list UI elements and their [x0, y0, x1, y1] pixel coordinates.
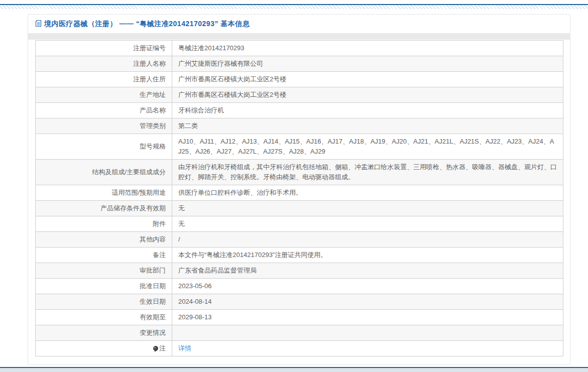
- row-label: 变更情况: [36, 325, 172, 341]
- row-label: 管理类别: [36, 118, 172, 134]
- table-row: 注册人名称广州艾捷斯医疗器械有限公司: [36, 56, 563, 72]
- info-card: 境内医疗器械（注册） —— “粤械注准20142170293” 基本信息 注册证…: [28, 14, 570, 365]
- row-label: 适用范围/预期用途: [36, 185, 172, 201]
- row-label: 注册人名称: [36, 56, 172, 72]
- table-row: 注册人住所广州市番禺区石楼镇大岗工业区2号楼: [36, 72, 563, 87]
- table-row: 变更情况: [36, 325, 563, 341]
- row-value: 2029-08-13: [172, 310, 563, 325]
- row-value: 由牙科治疗机和牙椅组成，其中牙科治疗机包括地箱、侧箱、冲盂漱口给水装置、三用喷枪…: [172, 160, 563, 185]
- row-value: 第二类: [172, 118, 563, 134]
- row-label: 型号规格: [36, 134, 172, 160]
- row-label: 有效期至: [36, 310, 172, 325]
- table-row: 适用范围/预期用途供医疗单位口腔科作诊断、治疗和手术用。: [36, 185, 563, 201]
- table-row: 其他内容/: [36, 232, 563, 247]
- table-row: 附件无: [36, 216, 563, 232]
- header-divider-band: [28, 33, 570, 40]
- bottom-decor: [0, 367, 588, 372]
- row-value: 无: [172, 216, 563, 232]
- top-decor: [0, 0, 588, 9]
- table-row: 产品名称牙科综合治疗机: [36, 103, 563, 118]
- row-label: 注册证编号: [36, 41, 172, 56]
- row-value: 广州市番禺区石楼镇大岗工业区2号楼: [172, 72, 563, 87]
- row-label: 附件: [36, 216, 172, 232]
- row-value: AJ10、AJ11、AJ12、AJ13、AJ14、AJ15、AJ16、AJ17、…: [172, 134, 563, 160]
- row-value: 广州市番禺区石楼镇大岗工业区2号楼: [172, 87, 563, 103]
- row-label: 结构及组成/主要组成成分: [36, 160, 172, 185]
- page-title: 境内医疗器械（注册） —— “粤械注准20142170293” 基本信息: [44, 20, 250, 29]
- table-row: 结构及组成/主要组成成分由牙科治疗机和牙椅组成，其中牙科治疗机包括地箱、侧箱、冲…: [36, 160, 563, 185]
- note-icon: [153, 346, 158, 351]
- row-value: 详情: [172, 341, 563, 356]
- table-wrap: 注册证编号粤械注准20142170293注册人名称广州艾捷斯医疗器械有限公司注册…: [35, 40, 563, 356]
- row-label: 注: [36, 341, 172, 356]
- row-label: 审批部门: [36, 263, 172, 279]
- row-label: 批准日期: [36, 279, 172, 294]
- table-row: 备注本文件与“粤械注准20142170293”注册证共同使用。: [36, 247, 563, 263]
- table-row: 生效日期2024-08-14: [36, 294, 563, 310]
- info-table-body: 注册证编号粤械注准20142170293注册人名称广州艾捷斯医疗器械有限公司注册…: [36, 41, 563, 356]
- top-hatch-band: [0, 5, 588, 9]
- row-value: 2024-08-14: [172, 294, 563, 310]
- row-label: 生产地址: [36, 87, 172, 103]
- table-row: 型号规格AJ10、AJ11、AJ12、AJ13、AJ14、AJ15、AJ16、A…: [36, 134, 563, 160]
- table-row: 管理类别第二类: [36, 118, 563, 134]
- row-label: 生效日期: [36, 294, 172, 310]
- table-row: 生产地址广州市番禺区石楼镇大岗工业区2号楼: [36, 87, 563, 103]
- card-header: 境内医疗器械（注册） —— “粤械注准20142170293” 基本信息: [28, 15, 570, 33]
- row-value: 无: [172, 201, 563, 216]
- row-value: 2023-05-06: [172, 279, 563, 294]
- row-value: 牙科综合治疗机: [172, 103, 563, 118]
- row-value: 广州艾捷斯医疗器械有限公司: [172, 56, 563, 72]
- row-value: 广东省食品药品监督管理局: [172, 263, 563, 279]
- table-row: 注详情: [36, 341, 563, 356]
- row-label: 注册人住所: [36, 72, 172, 87]
- document-icon: [35, 20, 42, 29]
- row-value: /: [172, 232, 563, 247]
- table-row: 注册证编号粤械注准20142170293: [36, 41, 563, 56]
- row-value: [172, 325, 563, 341]
- registration-info-table: 注册证编号粤械注准20142170293注册人名称广州艾捷斯医疗器械有限公司注册…: [35, 40, 563, 356]
- bottom-strip: [0, 368, 588, 372]
- detail-link[interactable]: 详情: [178, 344, 191, 352]
- row-value: 粤械注准20142170293: [172, 41, 563, 56]
- row-label: 备注: [36, 247, 172, 263]
- table-row: 产品储存条件及有效期无: [36, 201, 563, 216]
- row-label: 产品储存条件及有效期: [36, 201, 172, 216]
- row-value: 供医疗单位口腔科作诊断、治疗和手术用。: [172, 185, 563, 201]
- table-row: 审批部门广东省食品药品监督管理局: [36, 263, 563, 279]
- table-row: 批准日期2023-05-06: [36, 279, 563, 294]
- row-label: 产品名称: [36, 103, 172, 118]
- table-row: 有效期至2029-08-13: [36, 310, 563, 325]
- row-label: 其他内容: [36, 232, 172, 247]
- top-white-strip: [0, 0, 588, 4]
- row-value: 本文件与“粤械注准20142170293”注册证共同使用。: [172, 247, 563, 263]
